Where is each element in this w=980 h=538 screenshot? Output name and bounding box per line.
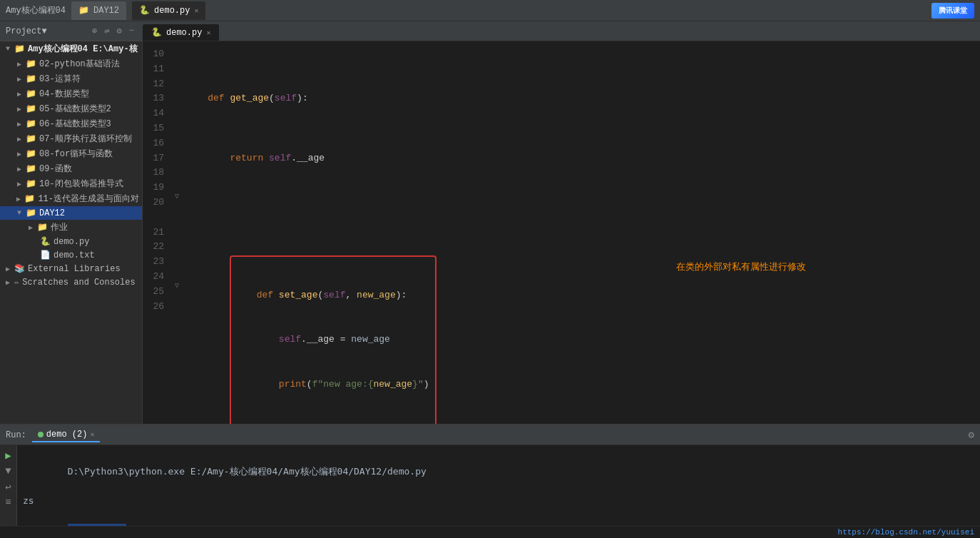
root-label: Amy核心编程04 E:\Amy-核 [28, 43, 138, 55]
arrow-icon: ▼ [6, 45, 14, 53]
folder-icon: 📁 [26, 59, 36, 69]
sidebar-item-root[interactable]: ▼ 📁 Amy核心编程04 E:\Amy-核 [0, 41, 142, 56]
tab-close-icon[interactable]: ✕ [194, 6, 198, 15]
console-cmd-line: D:\Python3\python.exe E:/Amy-核心编程04/Amy核… [23, 450, 974, 494]
folder-icon: 📁 [26, 103, 36, 114]
code-content[interactable]: def get_age(self): return self.__age def… [183, 41, 980, 424]
file-icon: 🐍 [139, 5, 150, 16]
console-content: D:\Python3\python.exe E:/Amy-核心编程04/Amy核… [17, 445, 980, 526]
folder-icon: 📁 [26, 178, 36, 189]
editor-area: 🐍 demo.py ✕ 10 11 12 13 14 15 16 17 18 1… [143, 21, 980, 424]
sidebar-item-08[interactable]: ▶ 📁 08-for循环与函数 [0, 146, 142, 161]
tab-day12-label: DAY12 [93, 6, 119, 16]
sync-icon[interactable]: ⇌ [102, 25, 111, 37]
txt-file-icon: 📄 [40, 250, 51, 260]
top-right: 腾讯课堂 [931, 3, 974, 19]
code-line-15: print(f"new age:{new_age}") [234, 377, 429, 392]
code-line-12 [185, 210, 974, 225]
tab-demopy[interactable]: 🐍 demo.py ✕ [132, 1, 205, 20]
window-title: Amy核心编程04 [6, 4, 66, 16]
item-label: 11-迭代器生成器与面向对 [38, 193, 139, 205]
console-controls: ▶ ▼ ↩ ≡ [0, 445, 17, 526]
sidebar-item-10[interactable]: ▶ 📁 10-闭包装饰器推导式 [0, 176, 142, 191]
editor-tabs: 🐍 demo.py ✕ [143, 21, 980, 41]
brand-logo: 腾讯课堂 [931, 3, 974, 19]
project-label[interactable]: Project▼ [6, 26, 47, 36]
bottom-tab-run[interactable]: demo (2) ✕ [32, 428, 101, 442]
item-label: DAY12 [39, 208, 65, 218]
code-line-14: self.__age = new_age [234, 333, 429, 347]
arrow-icon: ▶ [29, 223, 37, 232]
sidebar-item-02[interactable]: ▶ 📁 02-python基础语法 [0, 56, 142, 71]
sidebar-item-11[interactable]: ▶ 📁 11-迭代器生成器与面向对 [0, 191, 142, 206]
add-icon[interactable]: ⊕ [90, 25, 99, 37]
editor-tab-label: demo.py [166, 28, 202, 38]
rerun-button[interactable]: ↩ [1, 479, 16, 494]
settings-icon[interactable]: ⚙ [115, 25, 124, 37]
arrow-icon: ▶ [6, 265, 14, 273]
arrow-icon: ▼ [17, 209, 26, 217]
folder-icon: 📁 [26, 118, 36, 129]
arrow-icon: ▶ [17, 75, 26, 83]
arrow-icon: ▶ [17, 150, 26, 158]
sidebar-item-07[interactable]: ▶ 📁 07-顺序执行及循环控制 [0, 131, 142, 146]
item-label: External Libraries [28, 264, 121, 274]
sidebar-item-05[interactable]: ▶ 📁 05-基础数据类型2 [0, 101, 142, 116]
annotation-text: 在类的外部对私有属性进行修改 [676, 260, 806, 275]
sidebar-item-ext-libs[interactable]: ▶ 📚 External Libraries [0, 262, 142, 275]
sidebar-item-06[interactable]: ▶ 📁 06-基础数据类型3 [0, 116, 142, 131]
minimize-icon[interactable]: − [127, 25, 136, 37]
item-label: 05-基础数据类型2 [39, 103, 111, 115]
item-label: 作业 [51, 221, 68, 233]
run-label: Run: [6, 430, 26, 440]
run-dot-icon [38, 432, 44, 437]
py-file-icon: 🐍 [40, 236, 51, 247]
editor-tab-demopy[interactable]: 🐍 demo.py ✕ [143, 24, 220, 41]
tab-close-button[interactable]: ✕ [206, 29, 210, 37]
sidebar-item-03[interactable]: ▶ 📁 03-运算符 [0, 71, 142, 86]
code-line-11: return self.__age [185, 151, 974, 166]
folder-icon: 📁 [26, 163, 36, 174]
run-button[interactable]: ▶ [1, 448, 16, 462]
stop-button[interactable]: ▼ [1, 464, 16, 478]
code-line-10: def get_age(self): [185, 91, 974, 106]
sidebar-item-demotxt[interactable]: 📄 demo.txt [0, 248, 142, 262]
scroll-button[interactable]: ≡ [1, 495, 16, 509]
main-layout: Project▼ ⊕ ⇌ ⚙ − ▼ 📁 Amy核心编程04 E:\Amy-核 … [0, 21, 980, 424]
sidebar-header: Project▼ ⊕ ⇌ ⚙ − [0, 21, 142, 41]
sidebar-item-04[interactable]: ▶ 📁 04-数据类型 [0, 86, 142, 101]
item-label: 08-for循环与函数 [39, 148, 113, 160]
arrow-icon: ▶ [17, 105, 26, 113]
item-label: 09-函数 [39, 163, 72, 175]
arrow-icon: ▶ [17, 135, 26, 143]
item-label: demo.txt [53, 250, 95, 260]
item-label: 10-闭包装饰器推导式 [39, 178, 123, 190]
tab-day12[interactable]: 📁 DAY12 [71, 1, 126, 20]
folder-icon: 📁 [37, 222, 48, 233]
cmd-text: D:\Python3\python.exe E:/Amy-核心编程04/Amy核… [68, 466, 427, 477]
red-box-block: def set_age(self, new_age): self.__age =… [230, 255, 436, 424]
bottom-footer: https://blog.csdn.net/yuuisei [0, 526, 980, 538]
item-label: 07-顺序执行及循环控制 [39, 133, 132, 145]
sidebar-item-day12[interactable]: ▼ 📁 DAY12 [0, 206, 142, 220]
code-editor[interactable]: 10 11 12 13 14 15 16 17 18 19 20 21 22 2… [143, 41, 980, 424]
sidebar-item-scratches[interactable]: ▶ ✏ Scratches and Consoles [0, 275, 142, 289]
line-numbers: 10 11 12 13 14 15 16 17 18 19 20 21 22 2… [143, 41, 171, 424]
console-output-newage: new age:50 [23, 509, 974, 526]
item-label: 03-运算符 [39, 73, 81, 85]
settings-gear-icon[interactable]: ⚙ [969, 429, 974, 441]
sidebar-item-demopy[interactable]: 🐍 demo.py [0, 235, 142, 248]
fold-column: ▽ ▽ [171, 41, 183, 424]
sidebar-item-09[interactable]: ▶ 📁 09-函数 [0, 161, 142, 176]
arrow-icon: ▶ [17, 120, 26, 128]
bottom-tabs: Run: demo (2) ✕ ⚙ [0, 425, 980, 445]
bottom-panel: Run: demo (2) ✕ ⚙ ▶ ▼ ↩ ≡ D:\Python3\pyt… [0, 424, 980, 538]
item-label: 04-数据类型 [39, 88, 89, 100]
arrow-icon: ▶ [17, 90, 26, 98]
root-folder-icon: 📁 [14, 44, 25, 54]
arrow-icon: ▶ [17, 165, 26, 173]
bottom-tab-close[interactable]: ✕ [90, 430, 94, 439]
item-label: 06-基础数据类型3 [39, 118, 111, 130]
sidebar-item-homework[interactable]: ▶ 📁 作业 [0, 220, 142, 235]
folder-icon: 📁 [26, 88, 36, 99]
